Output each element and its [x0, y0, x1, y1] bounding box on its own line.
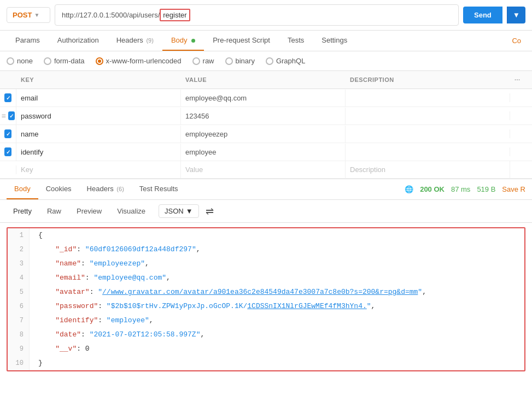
tab-settings[interactable]: Settings [313, 31, 356, 51]
json-line-4: 4 "email": "employee@qq.com", [8, 271, 524, 285]
cookies-link[interactable]: Co [507, 31, 525, 50]
table-row: ≡ password 123456 [0, 107, 532, 125]
format-tab-raw[interactable]: Raw [40, 204, 68, 218]
method-select[interactable]: POST ▼ [7, 7, 50, 23]
json-line-6: 6 "password": "$2b$10$rtHv.ZPW1yPpxJp.oG… [8, 299, 524, 314]
send-dropdown-button[interactable]: ▼ [507, 7, 525, 23]
radio-graphql[interactable]: GraphQL [266, 57, 305, 65]
response-tab-test-results[interactable]: Test Results [132, 179, 186, 199]
row1-value[interactable]: employee@qq.com [181, 90, 346, 107]
url-prefix: http://127.0.0.1:5000/api/users/ [62, 11, 160, 19]
row3-checkbox-cell[interactable] [0, 125, 16, 143]
row2-checkbox-cell[interactable]: ≡ [0, 107, 16, 125]
radio-urlencoded-circle [96, 57, 103, 65]
save-response-button[interactable]: Save R [502, 185, 525, 193]
response-tab-headers[interactable]: Headers (6) [79, 179, 132, 199]
row1-key[interactable]: email [16, 90, 181, 107]
row4-description[interactable] [346, 147, 510, 156]
drag-handle-icon[interactable]: ≡ [1, 111, 5, 120]
row4-checkbox-cell[interactable] [0, 143, 16, 161]
json-line-5: 5 "avatar": "//www.gravatar.com/avatar/a… [8, 285, 524, 299]
col-checkbox [0, 74, 16, 85]
row3-value[interactable]: employeezep [181, 126, 346, 143]
chevron-down-icon: ▼ [34, 12, 39, 18]
row4-value[interactable]: employee [181, 144, 346, 161]
top-bar: POST ▼ http://127.0.0.1:5000/api/users/r… [0, 0, 532, 31]
format-tab-preview[interactable]: Preview [70, 204, 108, 218]
new-row-key[interactable]: Key [16, 161, 181, 178]
radio-none-circle [7, 57, 14, 65]
url-bar[interactable]: http://127.0.0.1:5000/api/users/register [55, 4, 459, 26]
json-line-9: 9 "__v": 0 [8, 342, 524, 356]
radio-none[interactable]: none [7, 57, 33, 65]
table-header-row: KEY VALUE DESCRIPTION ··· [0, 71, 532, 89]
row3-key[interactable]: name [16, 126, 181, 143]
row4-key[interactable]: identify [16, 144, 181, 161]
response-size: 519 B [477, 185, 495, 193]
json-line-10: 10 } [8, 356, 524, 370]
body-type-bar: none form-data x-www-form-urlencoded raw… [0, 51, 532, 71]
tab-tests[interactable]: Tests [279, 31, 313, 51]
radio-raw-circle [192, 57, 200, 65]
new-row-description[interactable]: Description [346, 161, 510, 178]
radio-raw[interactable]: raw [192, 57, 214, 65]
row1-checkbox-cell[interactable] [0, 89, 16, 107]
tab-body[interactable]: Body [162, 31, 204, 51]
col-description-header: DESCRIPTION [346, 74, 510, 85]
new-row-value[interactable]: Value [181, 161, 346, 178]
row2-value[interactable]: 123456 [181, 108, 346, 125]
new-row-checkbox-cell [0, 165, 16, 174]
row1-actions [510, 93, 532, 102]
format-tab-visualize[interactable]: Visualize [110, 204, 152, 218]
format-tab-pretty[interactable]: Pretty [7, 204, 38, 218]
json-response-viewer: 1 { 2 "_id": "60df0126069df12a448df297",… [7, 227, 525, 371]
globe-icon: 🌐 [405, 185, 413, 193]
body-params-table: KEY VALUE DESCRIPTION ··· email employee… [0, 71, 532, 179]
table-row: identify employee [0, 143, 532, 161]
tab-prerequest[interactable]: Pre-request Script [204, 31, 279, 51]
col-value-header: VALUE [181, 74, 346, 85]
row2-actions [510, 111, 532, 120]
format-bar: Pretty Raw Preview Visualize JSON ▼ ⇌ [0, 200, 532, 223]
row2-checkbox[interactable] [8, 111, 15, 120]
response-tab-cookies[interactable]: Cookies [38, 179, 79, 199]
row1-checkbox[interactable] [4, 93, 11, 102]
json-line-2: 2 "_id": "60df0126069df12a448df297", [8, 243, 524, 257]
response-tab-bar: Body Cookies Headers (6) Test Results 🌐 … [0, 179, 532, 200]
method-label: POST [13, 11, 32, 19]
url-register: register [160, 9, 190, 21]
radio-form-data[interactable]: form-data [44, 57, 85, 65]
tab-headers[interactable]: Headers (9) [108, 31, 162, 51]
send-button[interactable]: Send [463, 7, 502, 23]
table-row-new: Key Value Description [0, 161, 532, 179]
row1-description[interactable] [346, 93, 510, 102]
row3-checkbox[interactable] [4, 129, 11, 138]
json-line-7: 7 "identify": "employee", [8, 314, 524, 328]
wrap-button[interactable]: ⇌ [206, 205, 214, 217]
tab-authorization[interactable]: Authorization [49, 31, 108, 51]
json-line-1: 1 { [8, 228, 524, 243]
format-select[interactable]: JSON ▼ [159, 204, 199, 218]
radio-form-data-circle [44, 57, 51, 65]
response-meta: 🌐 200 OK 87 ms 519 B Save R [405, 185, 525, 193]
response-status: 200 OK [420, 185, 445, 193]
row2-key[interactable]: password [16, 108, 181, 125]
radio-binary-circle [225, 57, 233, 65]
format-select-value: JSON [165, 207, 184, 215]
tab-params[interactable]: Params [7, 31, 49, 51]
col-actions-header[interactable]: ··· [510, 74, 532, 85]
new-row-actions [510, 165, 532, 174]
request-tab-bar: Params Authorization Headers (9) Body Pr… [0, 31, 532, 51]
response-tab-body[interactable]: Body [7, 179, 38, 199]
radio-binary[interactable]: binary [225, 57, 255, 65]
row4-actions [510, 147, 532, 156]
row4-checkbox[interactable] [4, 147, 11, 156]
table-row: email employee@qq.com [0, 89, 532, 107]
format-select-chevron: ▼ [186, 207, 193, 215]
json-line-3: 3 "name": "employeezep", [8, 257, 524, 271]
row3-description[interactable] [346, 129, 510, 138]
radio-urlencoded[interactable]: x-www-form-urlencoded [96, 57, 182, 65]
row3-actions [510, 129, 532, 138]
row2-description[interactable] [346, 111, 510, 120]
table-row: name employeezep [0, 125, 532, 143]
